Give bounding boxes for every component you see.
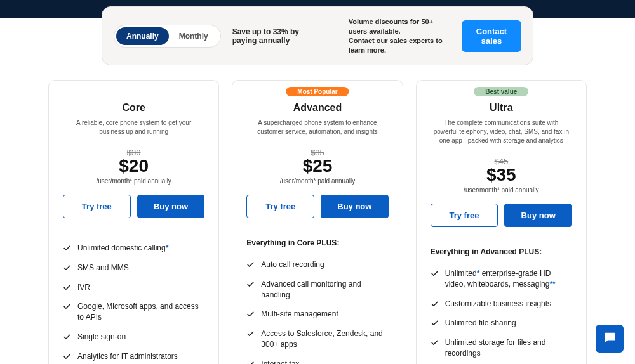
feature-text: Google, Microsoft apps, and access to AP… — [77, 301, 204, 323]
plan-description: A supercharged phone system to enhance c… — [246, 119, 388, 136]
feature-item: Unlimited domestic calling* — [63, 238, 204, 258]
feature-text: Analytics for IT administrators — [77, 351, 178, 362]
check-icon — [431, 300, 439, 308]
check-icon — [63, 244, 71, 252]
check-icon — [246, 310, 255, 318]
toggle-monthly[interactable]: Monthly — [169, 27, 218, 45]
inherit-line: Everything in Advanced PLUS: — [431, 247, 572, 256]
feature-text: SMS and MMS — [77, 263, 129, 273]
plans-row: CoreA reliable, core phone system to get… — [0, 18, 635, 364]
price-block: $45 $35 /user/month* paid annually — [431, 157, 572, 193]
feature-item: Auto call recording — [246, 255, 388, 275]
feature-text: Advanced call monitoring and handling — [261, 279, 388, 301]
plan-name: Core — [63, 102, 204, 114]
cta-row: Try free Buy now — [63, 195, 204, 218]
try-free-button[interactable]: Try free — [63, 195, 131, 218]
feature-text: Internet fax — [261, 359, 299, 364]
feature-list: Unlimited domestic calling*SMS and MMSIV… — [63, 238, 204, 364]
feature-text: IVR — [77, 282, 90, 293]
chat-icon — [603, 330, 617, 347]
inherit-line: Everything in Core PLUS: — [246, 238, 388, 247]
feature-item: IVR — [63, 278, 204, 297]
chat-launcher[interactable] — [596, 325, 624, 353]
volume-discount-text: Volume discounts for 50+ users available… — [349, 17, 450, 55]
feature-list: Auto call recordingAdvanced call monitor… — [246, 255, 388, 364]
billing-toggle: Annually Monthly — [114, 25, 221, 48]
toggle-annual[interactable]: Annually — [116, 27, 169, 45]
plan-card-core: CoreA reliable, core phone system to get… — [48, 80, 219, 364]
plan-badge: Best value — [474, 87, 528, 96]
feature-text: Unlimited* enterprise-grade HD video, wh… — [445, 268, 572, 290]
check-icon — [63, 302, 71, 311]
feature-text: Customizable business insights — [445, 299, 551, 309]
feature-text: Single sign-on — [77, 332, 126, 342]
price-current: $35 — [431, 165, 572, 185]
check-icon — [246, 360, 255, 364]
buy-now-button[interactable]: Buy now — [321, 195, 389, 218]
plan-card-ultra: Best valueUltraThe complete communicatio… — [416, 80, 587, 364]
price-note: /user/month* paid annually — [431, 186, 572, 193]
check-icon — [246, 261, 255, 269]
feature-text: Auto call recording — [261, 259, 324, 270]
feature-item: Multi-site management — [246, 304, 388, 324]
check-icon — [431, 319, 439, 327]
cta-row: Try free Buy now — [246, 195, 388, 218]
check-icon — [431, 270, 439, 278]
feature-item: SMS and MMS — [63, 258, 204, 278]
buy-now-button[interactable]: Buy now — [137, 195, 205, 218]
try-free-button[interactable]: Try free — [246, 195, 314, 218]
feature-text: Access to Salesforce, Zendesk, and 300+ … — [261, 328, 388, 350]
feature-item: Internet fax — [246, 354, 388, 364]
feature-item: Unlimited* enterprise-grade HD video, wh… — [431, 264, 572, 294]
price-note: /user/month* paid annually — [63, 178, 204, 185]
save-text: Save up to 33% by paying annually — [232, 27, 325, 45]
feature-item: Single sign-on — [63, 327, 204, 347]
try-free-button[interactable]: Try free — [431, 204, 498, 227]
feature-text: Unlimited storage for files and recordin… — [445, 337, 572, 359]
price-current: $20 — [63, 156, 204, 176]
feature-item: Google, Microsoft apps, and access to AP… — [63, 297, 204, 327]
plan-badge: Most Popular — [286, 87, 349, 96]
check-icon — [63, 264, 71, 272]
plan-description: The complete communications suite with p… — [431, 119, 572, 145]
check-icon — [63, 333, 71, 341]
feature-item: Access to Salesforce, Zendesk, and 300+ … — [246, 324, 388, 354]
feature-text: Unlimited domestic calling* — [77, 243, 168, 254]
feature-item: Advanced call monitoring and handling — [246, 275, 388, 305]
check-icon — [246, 330, 255, 338]
billing-switcher-panel: Annually Monthly Save up to 33% by payin… — [102, 6, 533, 65]
feature-list: Unlimited* enterprise-grade HD video, wh… — [431, 264, 572, 364]
price-current: $25 — [246, 156, 388, 176]
price-block: $30 $20 /user/month* paid annually — [63, 148, 204, 185]
feature-item: Unlimited storage for files and recordin… — [431, 333, 572, 363]
contact-sales-button[interactable]: Contact sales — [462, 20, 521, 52]
plan-name: Advanced — [246, 102, 388, 114]
feature-item: Customizable business insights — [431, 294, 572, 314]
price-note: /user/month* paid annually — [246, 178, 388, 185]
check-icon — [431, 339, 439, 347]
plan-name: Ultra — [431, 102, 572, 114]
cta-row: Try free Buy now — [431, 204, 572, 227]
feature-text: Unlimited file-sharing — [445, 318, 516, 328]
buy-now-button[interactable]: Buy now — [504, 204, 572, 227]
divider — [337, 25, 337, 48]
check-icon — [246, 280, 255, 289]
feature-item: Analytics for IT administrators — [63, 347, 204, 364]
price-block: $35 $25 /user/month* paid annually — [246, 148, 388, 185]
check-icon — [63, 283, 71, 292]
feature-text: Multi-site management — [261, 309, 338, 320]
plan-card-advanced: Most PopularAdvancedA supercharged phone… — [232, 80, 403, 364]
check-icon — [63, 353, 71, 361]
feature-item: Unlimited file-sharing — [431, 313, 572, 333]
plan-description: A reliable, core phone system to get you… — [63, 119, 204, 136]
